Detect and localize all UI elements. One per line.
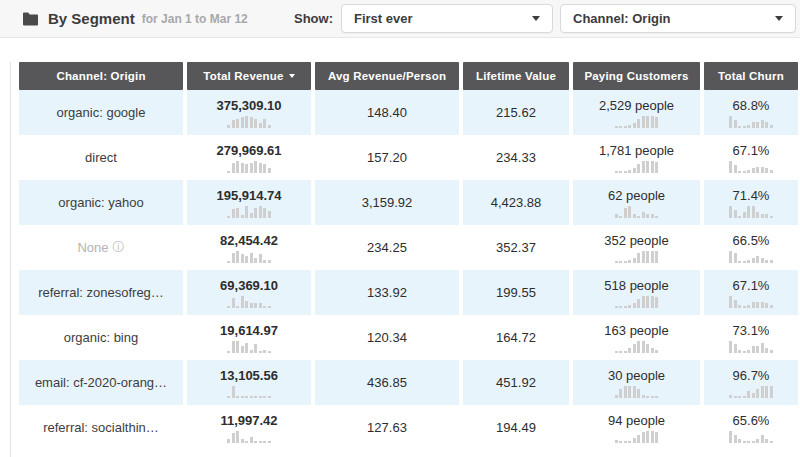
churn-sparkline: [729, 116, 773, 128]
churn-sparkline: [729, 206, 773, 218]
total-churn-cell: 96.7%: [704, 360, 798, 405]
paying-customers-cell: 2,529 people: [573, 90, 700, 135]
segment-cell[interactable]: referral: socialthin…: [19, 405, 183, 450]
sort-desc-icon: [289, 74, 295, 78]
segment-label: organic: yahoo: [58, 195, 143, 210]
segment-cell[interactable]: organic: bing: [19, 315, 183, 360]
table-row[interactable]: referral: zonesofreg… 69,369.10 133.92 1…: [19, 270, 800, 315]
customers-sparkline: [615, 161, 659, 173]
segment-label: referral: zonesofreg…: [38, 285, 164, 300]
segment-label: referral: socialthin…: [43, 420, 159, 435]
segment-cell[interactable]: referral: zonesofreg…: [19, 270, 183, 315]
segment-label: email: cf-2020-orang…: [35, 375, 167, 390]
table-row[interactable]: Noneⓘ 82,454.42 234.25 352.37 352 people…: [19, 225, 800, 270]
paying-customers-cell: 518 people: [573, 270, 700, 315]
total-churn-cell: 71.4%: [704, 180, 798, 225]
show-dropdown-value: First ever: [354, 11, 413, 26]
revenue-sparkline: [227, 116, 271, 128]
column-header-paying-customers[interactable]: Paying Customers: [573, 62, 700, 90]
channel-dropdown-value: Channel: Origin: [573, 11, 671, 26]
segment-label: direct: [85, 150, 117, 165]
customers-sparkline: [615, 386, 659, 398]
customers-sparkline: [615, 341, 659, 353]
lifetime-value-cell: 164.72: [463, 315, 569, 360]
column-header-lifetime-value[interactable]: Lifetime Value: [463, 62, 569, 90]
total-churn-cell: 73.1%: [704, 315, 798, 360]
total-churn-cell: 68.8%: [704, 90, 798, 135]
total-churn-cell: 67.1%: [704, 135, 798, 180]
total-revenue-cell: 11,997.42: [187, 405, 311, 450]
total-revenue-cell: 82,454.42: [187, 225, 311, 270]
total-revenue-cell: 279,969.61: [187, 135, 311, 180]
date-range-label: for Jan 1 to Mar 12: [142, 12, 248, 26]
total-churn-cell: 65.6%: [704, 405, 798, 450]
total-churn-cell: 67.1%: [704, 270, 798, 315]
segment-table-panel: Channel: Origin Total Revenue Avg Revenu…: [10, 62, 800, 457]
revenue-sparkline: [227, 161, 271, 173]
chevron-down-icon: [532, 16, 540, 21]
segment-label: None: [77, 240, 108, 255]
revenue-sparkline: [227, 296, 271, 308]
avg-revenue-cell: 157.20: [315, 135, 459, 180]
lifetime-value-cell: 194.49: [463, 405, 569, 450]
churn-sparkline: [729, 251, 773, 263]
channel-dropdown[interactable]: Channel: Origin: [560, 4, 796, 33]
total-revenue-cell: 375,309.10: [187, 90, 311, 135]
avg-revenue-cell: 234.25: [315, 225, 459, 270]
segment-label: organic: google: [57, 105, 146, 120]
column-header-total-churn[interactable]: Total Churn: [704, 62, 798, 90]
lifetime-value-cell: 199.55: [463, 270, 569, 315]
paying-customers-cell: 30 people: [573, 360, 700, 405]
customers-sparkline: [615, 251, 659, 263]
customers-sparkline: [615, 116, 659, 128]
table-row[interactable]: email: cf-2020-orang… 13,105.56 436.85 4…: [19, 360, 800, 405]
segment-cell[interactable]: organic: yahoo: [19, 180, 183, 225]
column-header-total-revenue[interactable]: Total Revenue: [187, 62, 311, 90]
table-row[interactable]: direct 279,969.61 157.20 234.33 1,781 pe…: [19, 135, 800, 180]
lifetime-value-cell: 215.62: [463, 90, 569, 135]
info-icon[interactable]: ⓘ: [113, 239, 125, 256]
segment-cell[interactable]: direct: [19, 135, 183, 180]
toolbar: By Segment for Jan 1 to Mar 12 Show: Fir…: [0, 0, 800, 38]
total-revenue-cell: 13,105.56: [187, 360, 311, 405]
table-header-row: Channel: Origin Total Revenue Avg Revenu…: [19, 62, 800, 90]
churn-sparkline: [729, 341, 773, 353]
churn-sparkline: [729, 161, 773, 173]
lifetime-value-cell: 4,423.88: [463, 180, 569, 225]
table-row[interactable]: organic: google 375,309.10 148.40 215.62…: [19, 90, 800, 135]
total-churn-cell: 66.5%: [704, 225, 798, 270]
column-header-channel-origin[interactable]: Channel: Origin: [19, 62, 183, 90]
segment-cell[interactable]: email: cf-2020-orang…: [19, 360, 183, 405]
avg-revenue-cell: 148.40: [315, 90, 459, 135]
paying-customers-cell: 62 people: [573, 180, 700, 225]
segment-cell[interactable]: Noneⓘ: [19, 225, 183, 270]
segment-cell[interactable]: organic: google: [19, 90, 183, 135]
total-revenue-cell: 195,914.74: [187, 180, 311, 225]
revenue-sparkline: [227, 341, 271, 353]
lifetime-value-cell: 234.33: [463, 135, 569, 180]
show-dropdown[interactable]: First ever: [341, 4, 553, 33]
lifetime-value-cell: 451.92: [463, 360, 569, 405]
churn-sparkline: [729, 386, 773, 398]
customers-sparkline: [615, 206, 659, 218]
table-row[interactable]: organic: bing 19,614.97 120.34 164.72 16…: [19, 315, 800, 360]
paying-customers-cell: 1,781 people: [573, 135, 700, 180]
segment-label: organic: bing: [64, 330, 138, 345]
avg-revenue-cell: 436.85: [315, 360, 459, 405]
paying-customers-cell: 94 people: [573, 405, 700, 450]
customers-sparkline: [615, 431, 659, 443]
avg-revenue-cell: 127.63: [315, 405, 459, 450]
column-header-avg-revenue-person[interactable]: Avg Revenue/Person: [315, 62, 459, 90]
total-revenue-cell: 69,369.10: [187, 270, 311, 315]
table-row[interactable]: organic: yahoo 195,914.74 3,159.92 4,423…: [19, 180, 800, 225]
churn-sparkline: [729, 431, 773, 443]
total-revenue-cell: 19,614.97: [187, 315, 311, 360]
paying-customers-cell: 352 people: [573, 225, 700, 270]
revenue-sparkline: [227, 251, 271, 263]
table-row[interactable]: referral: socialthin… 11,997.42 127.63 1…: [19, 405, 800, 450]
chevron-down-icon: [775, 16, 783, 21]
avg-revenue-cell: 3,159.92: [315, 180, 459, 225]
churn-sparkline: [729, 296, 773, 308]
segment-table: Channel: Origin Total Revenue Avg Revenu…: [19, 62, 800, 450]
revenue-sparkline: [227, 386, 271, 398]
